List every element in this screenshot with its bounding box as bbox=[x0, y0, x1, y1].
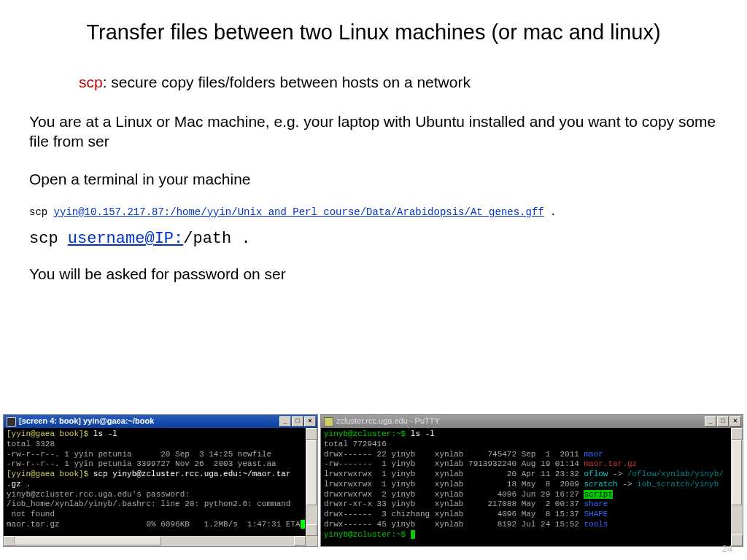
cmd2-path: /path . bbox=[183, 230, 250, 248]
link-name: oflow bbox=[584, 470, 608, 478]
dir-name: SHAPE bbox=[584, 510, 608, 518]
scp-remote-path-link[interactable]: yyin@10.157.217.87:/home/yyin/Unix_and_P… bbox=[54, 206, 544, 218]
ls-row: drwx------ 22 yinyb xynlab 745472 Sep 1 … bbox=[324, 450, 584, 459]
cmd: ls -l bbox=[93, 429, 117, 438]
scp-user-ip-link[interactable]: username@IP: bbox=[68, 230, 183, 248]
paragraph-3: You will be asked for password on ser bbox=[29, 264, 718, 284]
cmd: ls -l bbox=[411, 429, 435, 438]
titlebar-text: [screen 4: book] yyin@gaea:~/book bbox=[7, 416, 154, 427]
window-controls: _ □ × bbox=[279, 416, 316, 427]
prompt: [yyin@gaea book]$ bbox=[7, 470, 93, 478]
ls-row: lrwxrwxrwx 1 yinyb xynlab 18 May 8 2009 bbox=[324, 480, 584, 489]
close-button[interactable]: × bbox=[729, 416, 741, 427]
progress: maor.tar.gz 0% 6096KB 1.2MB/s 1:47:31 ET… bbox=[7, 520, 301, 529]
output: -rw-r--r--. 1 yyin petunia 3399727 Nov 2… bbox=[7, 459, 276, 468]
cursor bbox=[411, 530, 416, 539]
scroll-thumb[interactable] bbox=[732, 440, 742, 505]
dir-name: share bbox=[584, 499, 608, 508]
scroll-down-icon[interactable] bbox=[306, 524, 317, 536]
dir-name: maor bbox=[584, 450, 603, 459]
link-name: scratch bbox=[584, 480, 617, 489]
ls-row: drwxr-xr-x 33 yinyb xynlab 217088 May 2 … bbox=[324, 499, 584, 508]
minimize-button[interactable]: _ bbox=[705, 416, 716, 427]
terminal-body[interactable]: [yyin@gaea book]$ ls -l total 3328 -rw-r… bbox=[4, 428, 317, 546]
terminal-putty: zcluster.rcc.uga.edu - PuTTY _ □ × yinyb… bbox=[320, 414, 743, 547]
output: total 7729416 bbox=[324, 440, 387, 448]
titlebar-text: zcluster.rcc.uga.edu - PuTTY bbox=[324, 416, 440, 427]
maximize-button[interactable]: □ bbox=[717, 416, 729, 427]
ls-row: -rw------- 1 yinyb xynlab 7913932240 Aug… bbox=[324, 459, 584, 468]
dir-name: tools bbox=[584, 520, 608, 529]
page-number: 24 bbox=[722, 543, 732, 554]
scroll-down-icon[interactable] bbox=[731, 534, 743, 546]
scroll-left-icon[interactable] bbox=[4, 536, 15, 546]
scroll-corner bbox=[306, 536, 317, 546]
subtitle-text: : secure copy files/folders between host… bbox=[103, 74, 471, 90]
titlebar-putty[interactable]: zcluster.rcc.uga.edu - PuTTY _ □ × bbox=[321, 415, 743, 428]
scrollbar-vertical[interactable] bbox=[731, 428, 743, 546]
scrollbar-horizontal[interactable] bbox=[4, 536, 306, 546]
scroll-thumb[interactable] bbox=[306, 440, 317, 505]
window-title: zcluster.rcc.uga.edu - PuTTY bbox=[336, 416, 440, 427]
ls-row: drwxrwxrwx 2 yinyb xynlab 4096 Jun 29 16… bbox=[324, 490, 584, 499]
file-name: maor.tar.gz bbox=[584, 459, 637, 468]
scroll-thumb-h[interactable] bbox=[15, 537, 161, 545]
slide-title: Transfer files between two Linux machine… bbox=[29, 20, 718, 44]
slide: Transfer files between two Linux machine… bbox=[0, 0, 747, 560]
scp-example-full: scp yyin@10.157.217.87:/home/yyin/Unix_a… bbox=[29, 206, 718, 218]
link-target: iob_scratch/yinyb bbox=[637, 480, 719, 489]
subtitle: scp: secure copy files/folders between h… bbox=[79, 74, 747, 91]
putty-icon bbox=[324, 417, 333, 427]
minimize-button[interactable]: _ bbox=[279, 416, 291, 427]
error: /iob_home/xynlab/yinyb/.bashrc: line 20:… bbox=[7, 499, 290, 508]
link-target: /oflow/xynlab/yinyb/ bbox=[627, 470, 724, 478]
scp-label: scp bbox=[79, 74, 103, 90]
cmd-dot: . bbox=[544, 206, 557, 218]
prompt: yinyb@zcluster:~$ bbox=[324, 530, 411, 539]
paragraph-1: You are at a Linux or Mac machine, e.g. … bbox=[29, 112, 718, 152]
prompt: [yyin@gaea book]$ bbox=[7, 429, 93, 438]
maximize-button[interactable]: □ bbox=[292, 416, 303, 427]
scroll-up-icon[interactable] bbox=[731, 428, 743, 440]
ls-row: drwx------ 45 yinyb xynlab 8192 Jul 24 1… bbox=[324, 520, 584, 529]
ls-row: drwx------ 3 chizhang xynlab 4096 May 8 … bbox=[324, 510, 584, 518]
output: total 3328 bbox=[7, 440, 55, 448]
scrollbar-vertical[interactable] bbox=[306, 428, 317, 536]
output: -rw-r--r--. 1 yyin petunia 20 Sep 3 14:2… bbox=[7, 450, 271, 459]
scp-example-generic: scp username@IP:/path . bbox=[29, 230, 718, 248]
prompt: yinyb@zcluster:~$ bbox=[324, 429, 411, 438]
terminal-icon bbox=[7, 417, 16, 427]
scroll-up-icon[interactable] bbox=[306, 428, 317, 440]
terminal-gaea: [screen 4: book] yyin@gaea:~/book _ □ × … bbox=[3, 414, 318, 547]
window-title: [screen 4: book] yyin@gaea:~/book bbox=[19, 416, 154, 427]
cmd-cont: .gz . bbox=[7, 480, 31, 489]
terminals-row: [screen 4: book] yyin@gaea:~/book _ □ × … bbox=[3, 414, 744, 547]
paragraph-2: Open a terminal in your machine bbox=[29, 169, 718, 189]
cmd-prefix: scp bbox=[29, 206, 54, 218]
window-controls: _ □ × bbox=[705, 416, 741, 427]
error: not found bbox=[7, 510, 55, 518]
titlebar-gaea[interactable]: [screen 4: book] yyin@gaea:~/book _ □ × bbox=[4, 415, 317, 428]
scroll-right-icon[interactable] bbox=[294, 536, 306, 546]
terminal-body[interactable]: yinyb@zcluster:~$ ls -l total 7729416 dr… bbox=[321, 428, 743, 546]
arrow: -> bbox=[608, 470, 627, 478]
cmd: scp yinyb@zcluster.rcc.uga.edu:~/maor.ta… bbox=[93, 470, 291, 478]
ls-row: lrwxrwxrwx 1 yinyb xynlab 20 Apr 11 23:3… bbox=[324, 470, 584, 478]
close-button[interactable]: × bbox=[304, 416, 316, 427]
cmd2-prefix: scp bbox=[29, 230, 68, 248]
cursor bbox=[301, 520, 306, 529]
password-prompt: yinyb@zcluster.rcc.uga.edu's password: bbox=[7, 490, 190, 499]
dir-name: script bbox=[584, 490, 613, 499]
arrow: -> bbox=[618, 480, 637, 489]
